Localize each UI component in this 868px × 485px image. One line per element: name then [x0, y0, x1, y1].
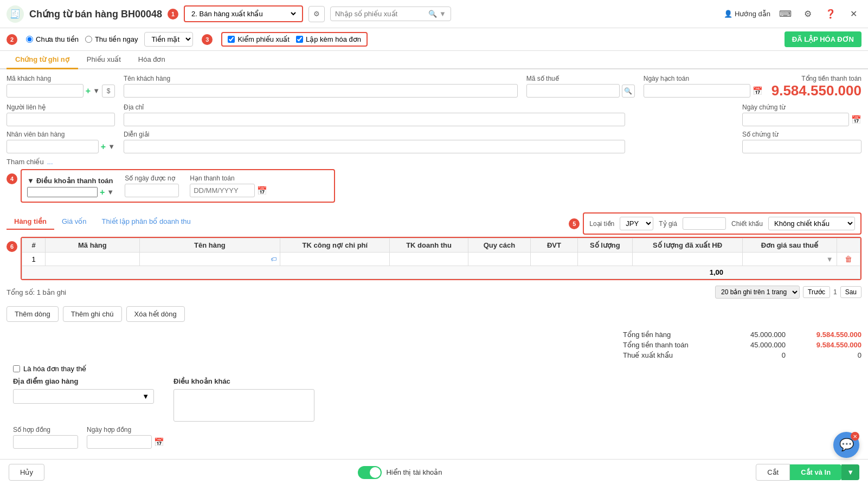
- ngay-chung-tu-input[interactable]: 10/11/2023: [742, 113, 849, 126]
- prev-page-btn[interactable]: Trước: [803, 286, 830, 298]
- so-ngay-input[interactable]: [125, 184, 179, 197]
- chat-close-btn[interactable]: ✕: [851, 432, 859, 441]
- cat-va-in-button[interactable]: Cắt và In: [790, 464, 841, 480]
- ngay-hach-toan-label: Ngày hạch toán: [644, 75, 763, 82]
- tab-gia-von[interactable]: Giá vốn: [54, 214, 94, 230]
- sale-type-dropdown[interactable]: 2. Bán hàng xuất khẩu 1. Bán hàng trong …: [184, 5, 303, 22]
- thu-tien-ngay-radio[interactable]: Thu tiền ngay: [85, 35, 138, 43]
- ty-gia-input[interactable]: 212,99: [683, 217, 726, 230]
- cat-button[interactable]: Cắt: [756, 464, 790, 481]
- don-gia-input[interactable]: 60000000: [746, 255, 824, 263]
- cell-tk-cn[interactable]: 131: [280, 253, 390, 266]
- tab-chung-tu-ghi-no[interactable]: Chứng từ ghi nợ: [7, 51, 78, 69]
- tham-chieu-link[interactable]: ...: [47, 158, 53, 166]
- settings-btn[interactable]: ⚙: [308, 6, 325, 22]
- ngay-hd-calendar[interactable]: 📅: [154, 437, 164, 447]
- cell-don-gia[interactable]: 60000000 ▼: [743, 253, 837, 266]
- add-kh-btn[interactable]: +: [86, 86, 91, 96]
- close-icon[interactable]: ✕: [845, 6, 861, 22]
- them-dong-btn[interactable]: Thêm dòng: [7, 306, 59, 322]
- cell-stt: 1: [22, 253, 46, 266]
- chua-thu-tien-radio[interactable]: Chưa thu tiền: [26, 35, 79, 43]
- loai-tien-select[interactable]: JPY VND USD: [620, 217, 653, 230]
- add-dk-btn[interactable]: +: [100, 187, 105, 197]
- chat-bubble[interactable]: 💬 ✕: [833, 432, 859, 458]
- dien-giai-input[interactable]: Bán hàng Shizuoka: [124, 140, 625, 153]
- search-dropdown-arrow[interactable]: ▼: [439, 10, 446, 18]
- han-tt-calendar[interactable]: 📅: [257, 186, 267, 196]
- ngay-hop-dong-input[interactable]: [87, 435, 152, 449]
- cat-va-in-arrow-btn[interactable]: ▼: [841, 464, 859, 480]
- cell-ma-hang[interactable]: AIR_BLADE: [46, 253, 139, 266]
- cell-tk-dt[interactable]: 5111: [390, 253, 468, 266]
- dieu-khoan-textarea[interactable]: [173, 389, 314, 422]
- add-nv-btn[interactable]: +: [101, 142, 106, 152]
- dieu-khoan-input[interactable]: [27, 187, 98, 197]
- them-ghi-chu-btn[interactable]: Thêm ghi chú: [63, 306, 122, 322]
- ma-hang-input[interactable]: AIR_BLADE: [49, 256, 136, 263]
- tth-val1: 45.000.000: [731, 331, 786, 339]
- chiet-khau-select[interactable]: Không chiết khấu Chiết khấu theo dòng Ch…: [768, 217, 855, 230]
- tax-search-btn[interactable]: 🔍: [622, 85, 635, 98]
- sl-input[interactable]: 1,00: [581, 256, 629, 263]
- ngay-hach-toan-input[interactable]: 10/11/2023 09:28:14: [644, 84, 750, 98]
- nhan-vien-input[interactable]: [7, 140, 99, 153]
- don-gia-dropdown[interactable]: ▼: [826, 255, 833, 263]
- dia-diem-dropdown[interactable]: ▼: [13, 389, 154, 404]
- dk-dropdown-arrow[interactable]: ▼: [107, 188, 114, 196]
- cell-quy-cach[interactable]: [468, 253, 530, 266]
- keyboard-icon[interactable]: ⌨: [777, 6, 793, 22]
- han-tt-input[interactable]: [190, 184, 255, 197]
- ten-kh-input[interactable]: Shizuoka: [124, 84, 518, 98]
- hien-thi-tk-toggle[interactable]: [358, 466, 382, 479]
- cell-sl-xuat[interactable]: 1,00: [632, 253, 743, 266]
- search-input[interactable]: [335, 10, 426, 18]
- kh-dropdown-arrow[interactable]: ▼: [93, 87, 100, 95]
- settings-icon[interactable]: ⚙: [800, 6, 816, 22]
- help-link[interactable]: 👤 Hướng dẫn: [724, 10, 770, 18]
- tab-hoa-don[interactable]: Hóa đơn: [130, 51, 174, 69]
- xoa-het-btn[interactable]: Xóa hết dòng: [126, 306, 185, 322]
- next-page-btn[interactable]: Sau: [840, 286, 861, 298]
- phieu-xuat-search[interactable]: 🔍 ▼: [330, 7, 451, 21]
- cell-ten-hang[interactable]: Xe máy Honda AirBlade 🏷: [139, 253, 280, 266]
- tttt-val2: 9.584.550.000: [807, 341, 861, 349]
- delete-row-btn[interactable]: 🗑: [845, 255, 852, 263]
- tag-icon[interactable]: 🏷: [271, 256, 277, 262]
- payment-type-select[interactable]: Tiền mặt: [144, 32, 193, 47]
- ngay-hach-toan-calendar[interactable]: 📅: [753, 86, 763, 96]
- kiem-phieu-xuat-checkbox[interactable]: Kiểm phiếu xuất: [228, 35, 290, 43]
- col-ten-hang: Tên hàng: [139, 238, 280, 253]
- so-ngay-label: Số ngày được nợ: [125, 174, 179, 182]
- dia-chi-input[interactable]: Tokyo, Japan: [124, 113, 625, 126]
- so-chung-tu-label: Số chứng từ: [742, 131, 861, 138]
- dollar-icon[interactable]: $: [102, 85, 115, 98]
- ten-hang-input[interactable]: Xe máy Honda AirBlade: [143, 255, 269, 263]
- tab-phan-bo[interactable]: Thiết lập phân bổ doanh thu: [94, 214, 198, 230]
- so-hop-dong-input[interactable]: [13, 435, 78, 449]
- so-chung-tu-input[interactable]: BH00048: [742, 140, 861, 153]
- cell-sl[interactable]: 1,00: [577, 253, 632, 266]
- dvt-input[interactable]: Cái: [534, 256, 574, 263]
- cell-delete[interactable]: 🗑: [837, 253, 860, 266]
- huy-button[interactable]: Hủy: [9, 464, 44, 481]
- sale-type-select[interactable]: 2. Bán hàng xuất khẩu 1. Bán hàng trong …: [189, 9, 298, 18]
- tab-hang-tien[interactable]: Hàng tiền: [7, 214, 54, 230]
- ma-kh-input[interactable]: [7, 84, 83, 98]
- cell-dvt[interactable]: Cái: [531, 253, 578, 266]
- lap-kem-hoa-don-checkbox[interactable]: Lập kèm hóa đơn: [296, 35, 361, 43]
- quy-cach-input[interactable]: [472, 256, 527, 263]
- sl-xuat-input[interactable]: 1,00: [636, 256, 740, 263]
- tab-phieu-xuat[interactable]: Phiếu xuất: [78, 51, 130, 69]
- la-hoa-don-checkbox[interactable]: [13, 365, 20, 372]
- help-icon[interactable]: ❓: [822, 6, 839, 22]
- tk-dt-input[interactable]: 5111: [393, 256, 464, 263]
- tk-cn-input[interactable]: 131: [284, 256, 386, 263]
- dieu-khoan-title[interactable]: ▼ Điều khoản thanh toán: [27, 177, 114, 185]
- ngay-ct-calendar[interactable]: 📅: [851, 115, 861, 125]
- lap-hoa-don-button[interactable]: ĐÃ LẬP HÓA ĐƠN: [785, 31, 861, 47]
- page-size-select[interactable]: 20 bản ghi trên 1 trang 50 bản ghi trên …: [715, 286, 800, 299]
- nguoi-lh-input[interactable]: [7, 113, 115, 126]
- ma-so-thue-input[interactable]: [526, 84, 620, 98]
- nv-dropdown-arrow[interactable]: ▼: [108, 143, 115, 151]
